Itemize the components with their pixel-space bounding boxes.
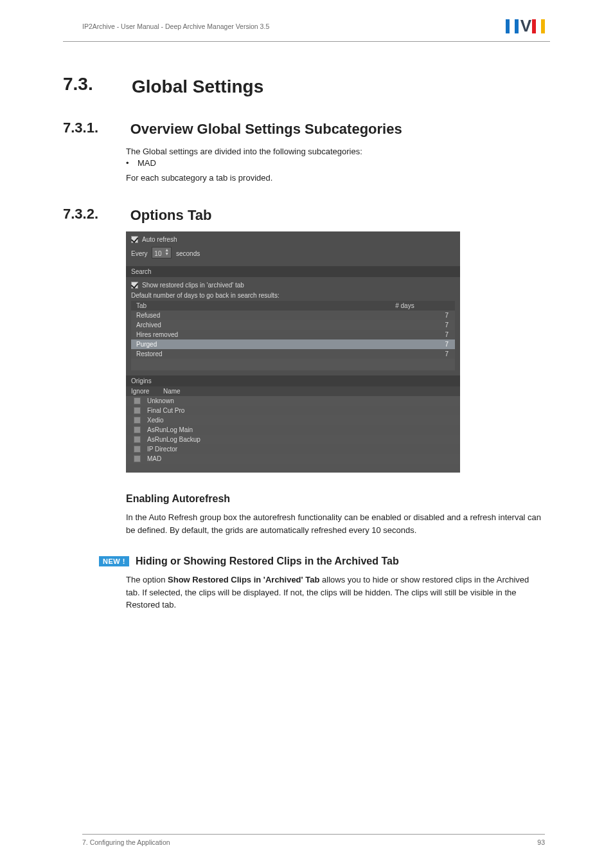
- checkbox-icon[interactable]: [131, 236, 138, 243]
- auto-refresh-label: Auto refresh: [142, 236, 177, 243]
- footer-left: 7. Configuring the Application: [82, 838, 170, 846]
- options-panel: Auto refresh Every 10 ▲▼ seconds Search …: [126, 231, 460, 473]
- refresh-interval-row: Every 10 ▲▼ seconds: [131, 244, 455, 261]
- section-7-3-2: 7.3.2. Options Tab: [63, 206, 545, 224]
- checkbox-icon[interactable]: [134, 455, 141, 462]
- col-ignore: Ignore: [126, 386, 158, 396]
- cell-days: 7: [390, 339, 455, 349]
- section-7-3-1: 7.3.1. Overview Global Settings Subcateg…: [63, 120, 545, 138]
- section-7-3: 7.3. Global Settings: [63, 74, 545, 98]
- table-row[interactable]: Refused7: [131, 311, 455, 320]
- bullet-item: MAD: [126, 158, 545, 168]
- evs-logo: V: [506, 16, 545, 36]
- col-tab: Tab: [131, 301, 390, 311]
- cell-tab: Refused: [131, 311, 390, 320]
- origin-name: MAD: [147, 455, 161, 462]
- enabling-autorefresh-body: In the Auto Refresh group box the autore…: [126, 511, 545, 536]
- outro-text: For each subcategory a tab is provided.: [126, 172, 545, 185]
- search-header: Search: [126, 266, 460, 277]
- checkbox-icon[interactable]: [134, 417, 141, 424]
- breadcrumb: IP2Archive - User Manual - Deep Archive …: [82, 23, 269, 30]
- col-days: # days: [390, 301, 455, 311]
- body-bold: Show Restored Clips in 'Archived' Tab: [168, 575, 319, 584]
- checkbox-icon[interactable]: [134, 407, 141, 414]
- subsection-number: 7.3.1.: [63, 120, 126, 136]
- origin-name: Final Cut Pro: [147, 407, 184, 414]
- interval-spinner[interactable]: 10 ▲▼: [152, 247, 172, 258]
- table-row[interactable]: Purged7: [131, 339, 455, 349]
- subsection-number: 7.3.2.: [63, 206, 126, 222]
- every-suffix: seconds: [176, 250, 200, 257]
- cell-days: 7: [390, 349, 455, 359]
- table-row[interactable]: Restored7: [131, 349, 455, 359]
- spinner-arrows-icon[interactable]: ▲▼: [164, 248, 169, 256]
- subsection-title: Overview Global Settings Subcategories: [130, 121, 402, 138]
- origin-name: Xedio: [147, 417, 164, 424]
- col-name: Name: [158, 386, 186, 396]
- cell-days: 7: [390, 311, 455, 320]
- checkbox-icon[interactable]: [134, 436, 141, 443]
- origin-row[interactable]: Unknown: [126, 396, 460, 406]
- origin-row[interactable]: Xedio: [126, 415, 460, 425]
- origin-blank-row: [126, 464, 460, 473]
- cell-tab: Purged: [131, 339, 390, 349]
- auto-refresh-checkbox-row[interactable]: Auto refresh: [131, 235, 455, 244]
- interval-value: 10: [154, 250, 161, 257]
- origin-row[interactable]: Final Cut Pro: [126, 406, 460, 415]
- checkbox-icon[interactable]: [134, 426, 141, 433]
- every-prefix: Every: [131, 250, 148, 257]
- default-days-label: Default number of days to go back in sea…: [131, 290, 455, 301]
- table-row[interactable]: Archived7: [131, 320, 455, 330]
- hiding-showing-heading: Hiding or Showing Restored Clips in the …: [136, 556, 399, 567]
- origin-row[interactable]: AsRunLog Main: [126, 425, 460, 435]
- bullet-list: MAD: [126, 158, 545, 168]
- show-restored-checkbox-row[interactable]: Show restored clips in 'archived' tab: [131, 280, 455, 290]
- origins-header: Origins: [126, 375, 460, 386]
- body-pre: The option: [126, 575, 168, 584]
- footer-page-number: 93: [537, 838, 545, 846]
- origin-name: IP Director: [147, 446, 177, 453]
- origin-row[interactable]: MAD: [126, 454, 460, 464]
- checkbox-icon[interactable]: [134, 446, 141, 453]
- origin-name: Unknown: [147, 397, 174, 404]
- section-number: 7.3.: [63, 74, 126, 95]
- subsection-title: Options Tab: [130, 207, 212, 224]
- new-badge: NEW !: [99, 556, 129, 566]
- section-title: Global Settings: [132, 77, 263, 97]
- cell-tab: Hires removed: [131, 330, 390, 339]
- show-restored-label: Show restored clips in 'archived' tab: [142, 282, 244, 289]
- origin-name: AsRunLog Main: [147, 426, 193, 433]
- enabling-autorefresh-heading: Enabling Autorefresh: [126, 493, 545, 505]
- hiding-showing-body: The option Show Restored Clips in 'Archi…: [126, 574, 545, 611]
- origins-columns: Ignore Name: [126, 386, 460, 396]
- table-row[interactable]: Hires removed7: [131, 330, 455, 339]
- cell-tab: Restored: [131, 349, 390, 359]
- cell-days: 7: [390, 330, 455, 339]
- checkbox-icon[interactable]: [131, 282, 138, 289]
- table-blank-row: [131, 359, 455, 370]
- cell-tab: Archived: [131, 320, 390, 330]
- origin-row[interactable]: IP Director: [126, 444, 460, 454]
- intro-text: The Global settings are divided into the…: [126, 145, 545, 158]
- origin-name: AsRunLog Backup: [147, 436, 200, 443]
- checkbox-icon[interactable]: [134, 397, 141, 404]
- origin-row[interactable]: AsRunLog Backup: [126, 435, 460, 444]
- days-table: Tab # days Refused7 Archived7 Hires remo…: [131, 301, 455, 370]
- cell-days: 7: [390, 320, 455, 330]
